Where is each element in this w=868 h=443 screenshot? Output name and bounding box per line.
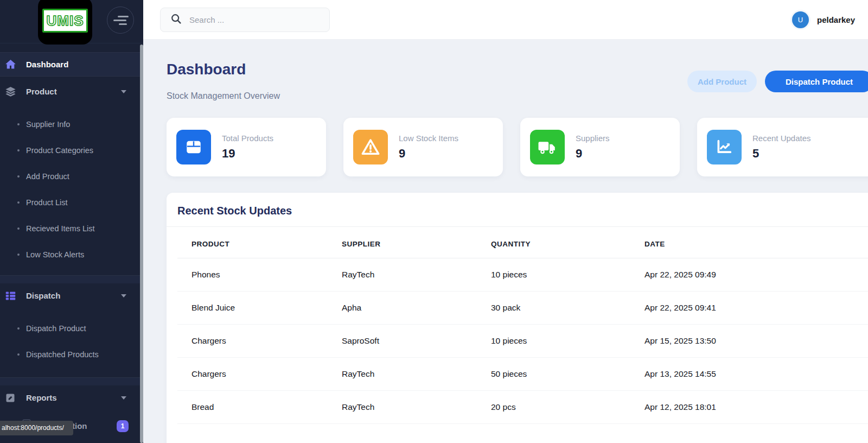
sidebar-item-product[interactable]: Product <box>0 79 143 104</box>
sidebar-item-label: tion <box>72 421 87 431</box>
sidebar-divider <box>0 275 143 283</box>
cell-date: Apr 12, 2025 18:01 <box>644 391 868 424</box>
bullet-icon <box>17 254 20 256</box>
sidebar-item-label: Product List <box>26 198 68 207</box>
sidebar-item-label: Supplier Info <box>26 120 70 129</box>
box-icon <box>176 130 211 164</box>
cell-product: Blend Juice <box>177 292 342 325</box>
stat-label: Total Products <box>222 134 273 143</box>
sidebar-item-dispatch-product[interactable]: Dispatch Product <box>0 315 143 341</box>
avatar: U <box>792 11 809 28</box>
table-title: Recent Stock Updates <box>167 193 868 227</box>
chevron-down-icon <box>121 294 126 298</box>
cell-product: Bread <box>177 391 342 424</box>
hamburger-icon <box>119 23 127 25</box>
cell-quantity: 30 pack <box>491 292 644 325</box>
stat-value: 19 <box>222 147 273 161</box>
hamburger-icon <box>113 20 126 21</box>
sidebar-scrollbar[interactable] <box>140 45 143 443</box>
table-row[interactable]: Bread RayTech 20 pcs Apr 12, 2025 18:01 <box>177 391 868 424</box>
sidebar-item-product-list[interactable]: Product List <box>0 189 143 216</box>
dispatch-submenu: Dispatch Product Dispatched Products <box>0 308 143 368</box>
list-grid-icon <box>4 290 16 302</box>
table-row[interactable]: Chargers RayTech 50 pieces Apr 13, 2025 … <box>177 358 868 391</box>
sidebar-item-low-stock-alerts[interactable]: Low Stock Alerts <box>0 242 143 268</box>
truck-icon <box>530 130 565 164</box>
dispatch-product-button[interactable]: Dispatch Product <box>765 71 868 92</box>
bullet-icon <box>17 149 20 151</box>
column-header-product: PRODUCT <box>177 227 342 258</box>
bullet-icon <box>17 327 20 330</box>
cell-supplier: RayTech <box>342 258 491 292</box>
search-box[interactable] <box>160 8 330 32</box>
cell-date: Apr 15, 2025 13:50 <box>644 325 868 358</box>
sidebar-item-label: Product <box>26 87 57 96</box>
sidebar-item-product-categories[interactable]: Product Categories <box>0 137 143 163</box>
add-product-button[interactable]: Add Product <box>687 71 757 92</box>
chevron-down-icon <box>121 90 126 93</box>
main-area: U peldarkey Add Product Dispatch Product… <box>143 0 868 443</box>
stat-value: 5 <box>752 147 811 161</box>
column-header-supplier: SUPPLIER <box>342 227 491 258</box>
column-header-quantity: QUANTITY <box>491 227 644 258</box>
cell-date: Apr 13, 2025 14:55 <box>644 358 868 391</box>
column-header-date: DATE <box>644 227 868 258</box>
bullet-icon <box>17 175 20 178</box>
sidebar-item-add-product[interactable]: Add Product <box>0 163 143 189</box>
sidebar-item-dashboard[interactable]: Dashboard <box>0 52 143 77</box>
home-icon <box>4 59 16 71</box>
cell-supplier: RayTech <box>342 391 491 424</box>
bullet-icon <box>17 201 20 204</box>
sidebar-item-reports[interactable]: Reports <box>0 385 143 410</box>
cell-date: Apr 22, 2025 09:49 <box>644 258 868 292</box>
layers-icon <box>4 86 16 98</box>
cell-quantity: 10 pieces <box>491 258 644 292</box>
page-content: Dashboard Stock Management Overview Tota… <box>143 40 868 443</box>
page-actions: Add Product Dispatch Product <box>687 71 868 92</box>
sidebar-item-label: Add Product <box>26 172 69 181</box>
recent-stock-table: PRODUCT SUPPLIER QUANTITY DATE Phones Ra… <box>177 227 868 424</box>
sidebar-toggle-button[interactable] <box>107 7 134 34</box>
stat-label: Low Stock Items <box>399 134 458 143</box>
sidebar: UMIS Dashboard <box>0 0 143 443</box>
sidebar-item-dispatched-products[interactable]: Dispatched Products <box>0 341 143 368</box>
cell-supplier: Apha <box>342 292 491 325</box>
sidebar-item-recieved-items-list[interactable]: Recieved Items List <box>0 216 143 242</box>
pen-square-icon <box>4 392 16 404</box>
search-icon <box>170 13 182 27</box>
sidebar-nav: Dashboard Product Supplier Info <box>0 52 143 440</box>
sidebar-header: UMIS <box>0 0 143 43</box>
table-row[interactable]: Phones RayTech 10 pieces Apr 22, 2025 09… <box>177 258 868 292</box>
table-row[interactable]: Blend Juice Apha 30 pack Apr 22, 2025 09… <box>177 292 868 325</box>
sidebar-item-supplier-info[interactable]: Supplier Info <box>0 111 143 137</box>
chart-line-icon <box>707 130 742 164</box>
stat-value: 9 <box>399 147 458 161</box>
cell-quantity: 50 pieces <box>491 358 644 391</box>
cell-quantity: 10 pieces <box>491 325 644 358</box>
status-url-tooltip: alhost:8000/products/ <box>0 421 73 435</box>
sidebar-item-label: Recieved Items List <box>26 224 95 233</box>
app-logo[interactable]: UMIS <box>38 0 92 45</box>
user-menu[interactable]: U peldarkey <box>792 11 855 28</box>
logo-frame: UMIS <box>42 9 88 33</box>
stat-label: Suppliers <box>576 134 610 143</box>
stat-card-recent-updates: Recent Updates 5 <box>697 118 868 176</box>
stat-card-low-stock: Low Stock Items 9 <box>343 118 503 176</box>
table-row[interactable]: Chargers SaproSoft 10 pieces Apr 15, 202… <box>177 325 868 358</box>
sidebar-item-label: Product Categories <box>26 146 93 155</box>
stat-cards-row: Total Products 19 Low Stock Items <box>167 118 868 176</box>
stat-card-suppliers: Suppliers 9 <box>520 118 680 176</box>
topbar: U peldarkey <box>143 0 868 40</box>
app-window: UMIS Dashboard <box>0 0 868 443</box>
search-input[interactable] <box>189 15 320 24</box>
username-label: peldarkey <box>817 15 855 24</box>
table-header-row: PRODUCT SUPPLIER QUANTITY DATE <box>177 227 868 258</box>
logo-text: UMIS <box>47 12 84 29</box>
page-subtitle: Stock Management Overview <box>167 91 868 101</box>
sidebar-divider <box>0 377 143 385</box>
sidebar-item-dispatch[interactable]: Dispatch <box>0 283 143 308</box>
sidebar-item-label: Reports <box>26 393 57 402</box>
chevron-down-icon <box>121 396 126 400</box>
sidebar-item-label: Dispatch Product <box>26 324 86 333</box>
bullet-icon <box>17 227 20 230</box>
